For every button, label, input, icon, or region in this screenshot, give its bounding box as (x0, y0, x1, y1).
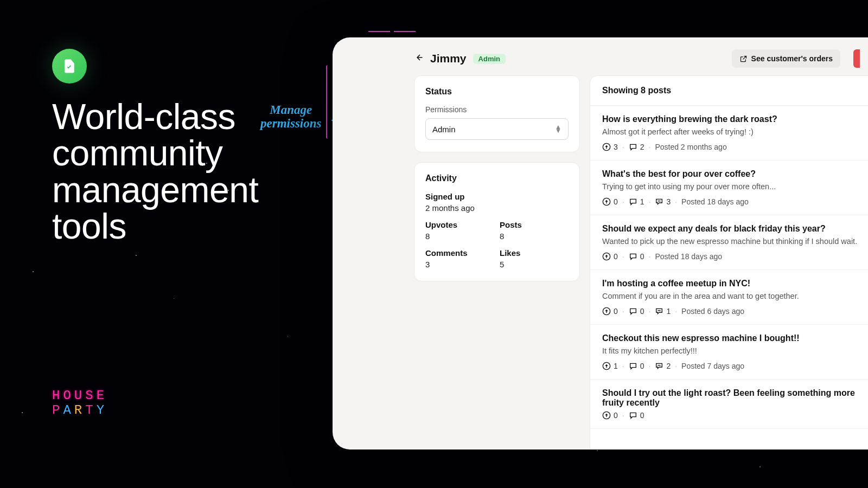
post-excerpt: Almost got it perfect after weeks of try… (602, 127, 863, 136)
upvote-icon (602, 143, 611, 151)
post-title: I'm hosting a coffee meetup in NYC! (602, 279, 863, 288)
post-title: Should I try out the light roast? Been f… (602, 388, 863, 408)
post-meta: 1·0·2·Posted 7 days ago (602, 362, 863, 370)
likes-label: Likes (500, 248, 569, 258)
comment-icon (629, 143, 637, 151)
upvotes-label: Upvotes (425, 220, 494, 229)
comment-icon (629, 307, 637, 316)
comments-label: Comments (425, 248, 494, 258)
post-upvote-count: 0 (614, 411, 618, 420)
posts-panel: Showing 8 posts How is everything brewin… (590, 75, 868, 450)
post-upvote-count: 0 (614, 252, 618, 261)
post-item[interactable]: Should I try out the light roast? Been f… (590, 380, 868, 429)
brand-logo (52, 49, 87, 84)
comment-icon (629, 252, 637, 261)
post-timestamp: Posted 18 days ago (681, 197, 749, 206)
post-excerpt: Trying to get into using my pour over mo… (602, 182, 863, 191)
permissions-selected: Admin (432, 125, 456, 134)
post-comment-count: 0 (640, 362, 644, 370)
post-timestamp: Posted 6 days ago (681, 307, 744, 316)
post-reply-count: 3 (666, 197, 671, 206)
post-excerpt: Wanted to pick up the new espresso machi… (602, 237, 863, 246)
activity-card: Activity Signed up 2 months ago Upvotes … (414, 162, 580, 281)
posts-value: 8 (500, 232, 569, 241)
post-item[interactable]: What's the best for pour over coffee? Tr… (590, 160, 868, 215)
activity-card-title: Activity (425, 174, 569, 183)
post-item[interactable]: Checkout this new espresso machine I bou… (590, 325, 868, 380)
signed-up-label: Signed up (425, 192, 569, 201)
comments-value: 3 (425, 260, 494, 269)
upvote-icon (602, 411, 611, 420)
see-orders-label: See customer's orders (751, 54, 833, 63)
post-title: Checkout this new espresso machine I bou… (602, 333, 863, 343)
post-item[interactable]: Should we expect any deals for black fri… (590, 215, 868, 270)
user-name: Jimmy (430, 52, 467, 65)
panel-header: Jimmy Admin See customer's orders (333, 37, 868, 75)
post-comment-count: 0 (640, 411, 644, 420)
back-button[interactable] (414, 53, 424, 65)
post-timestamp: Posted 2 months ago (655, 143, 726, 151)
upvote-icon (602, 197, 611, 206)
upvote-icon (602, 252, 611, 261)
comment-icon (629, 362, 637, 370)
post-meta: 3·2·Posted 2 months ago (602, 143, 863, 151)
likes-value: 5 (500, 260, 569, 269)
reply-icon (655, 197, 663, 206)
role-badge: Admin (473, 54, 506, 64)
reply-icon (655, 362, 663, 370)
hero-title: World-class community management tools (52, 99, 280, 245)
post-excerpt: It fits my kitchen perfectly!!! (602, 346, 863, 355)
post-comment-count: 2 (640, 143, 644, 151)
post-meta: 0·0·Posted 18 days ago (602, 252, 863, 261)
comment-icon (629, 411, 637, 420)
signed-up-value: 2 months ago (425, 203, 569, 213)
houseparty-wordmark: HOUSE PARTY (52, 389, 107, 418)
post-comment-count: 0 (640, 252, 644, 261)
post-timestamp: Posted 7 days ago (681, 362, 744, 370)
post-meta: 0·1·3·Posted 18 days ago (602, 197, 863, 206)
reply-icon (655, 307, 663, 316)
post-reply-count: 1 (666, 307, 671, 316)
post-timestamp: Posted 18 days ago (655, 252, 722, 261)
see-orders-button[interactable]: See customer's orders (732, 49, 840, 68)
posts-count-header: Showing 8 posts (590, 76, 868, 106)
upvote-icon (602, 362, 611, 370)
status-card-title: Status (425, 87, 569, 97)
post-item[interactable]: How is everything brewing the dark roast… (590, 106, 868, 160)
post-upvote-count: 0 (614, 197, 618, 206)
post-reply-count: 2 (666, 362, 671, 370)
arrow-left-icon (414, 53, 424, 62)
post-meta: 0·0·1·Posted 6 days ago (602, 307, 863, 316)
document-check-icon (61, 58, 78, 74)
post-title: Should we expect any deals for black fri… (602, 224, 863, 234)
annotation-permissions: Manage permissions (260, 103, 321, 131)
post-title: What's the best for pour over coffee? (602, 169, 863, 179)
post-meta: 0·0 (602, 411, 863, 420)
upvote-icon (602, 307, 611, 316)
upvotes-value: 8 (425, 232, 494, 241)
post-comment-count: 1 (640, 197, 644, 206)
external-link-icon (739, 55, 748, 63)
app-panel: Jimmy Admin See customer's orders Status… (333, 37, 868, 450)
posts-label: Posts (500, 220, 569, 229)
post-item[interactable]: I'm hosting a coffee meetup in NYC! Comm… (590, 270, 868, 325)
post-upvote-count: 3 (614, 143, 618, 151)
permissions-label: Permissions (425, 105, 569, 114)
permissions-select[interactable]: Admin ▲▼ (425, 118, 569, 140)
post-comment-count: 0 (640, 307, 644, 316)
status-card: Status Permissions Admin ▲▼ (414, 75, 580, 152)
comment-icon (629, 197, 637, 206)
danger-action-edge[interactable] (853, 49, 860, 68)
up-down-chevron-icon: ▲▼ (555, 125, 561, 133)
post-excerpt: Comment if you are in the area and want … (602, 292, 863, 300)
post-title: How is everything brewing the dark roast… (602, 114, 863, 124)
post-upvote-count: 1 (614, 362, 618, 370)
post-upvote-count: 0 (614, 307, 618, 316)
